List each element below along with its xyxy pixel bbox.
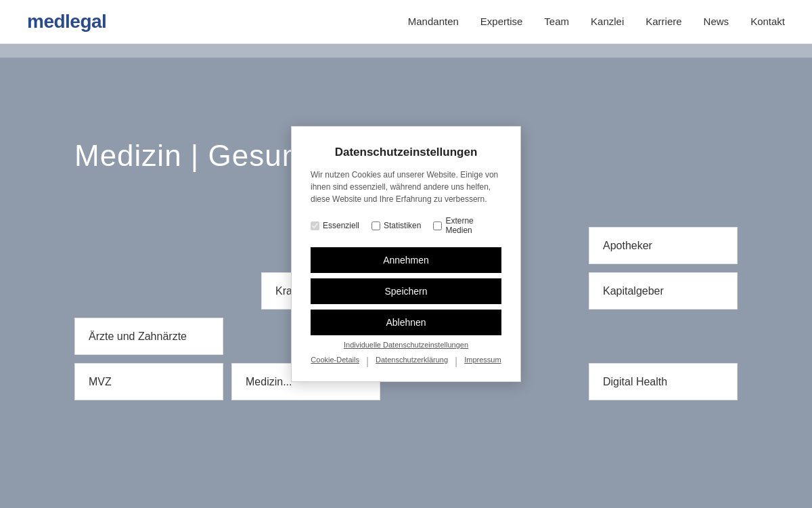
modal-overlay: Datenschutzeinstellungen Wir nutzen Cook… (0, 0, 812, 508)
cookie-checkboxes: Essenziell Statistiken Externe Medien (311, 216, 501, 235)
checkbox-statistiken-input[interactable] (371, 221, 380, 230)
checkbox-externe-medien[interactable]: Externe Medien (433, 216, 501, 235)
individuelle-link[interactable]: Individuelle Datenschutzeinstellungen (311, 341, 501, 349)
checkbox-essenziell[interactable]: Essenziell (311, 221, 359, 230)
ablehnen-button[interactable]: Ablehnen (311, 310, 501, 335)
cookie-modal: Datenschutzeinstellungen Wir nutzen Cook… (291, 126, 521, 382)
checkbox-essenziell-input[interactable] (311, 221, 319, 230)
speichern-button[interactable]: Speichern (311, 278, 501, 304)
checkbox-statistiken[interactable]: Statistiken (371, 221, 421, 230)
modal-footer-links: Cookie-Details | Datenschutzerklärung | … (311, 356, 501, 368)
checkbox-externe-medien-label: Externe Medien (445, 216, 501, 235)
modal-title: Datenschutzeinstellungen (311, 146, 501, 159)
datenschutz-link[interactable]: Datenschutzerklärung (376, 356, 448, 368)
annehmen-button[interactable]: Annehmen (311, 247, 501, 273)
cookie-details-link[interactable]: Cookie-Details (311, 356, 359, 368)
impressum-link[interactable]: Impressum (464, 356, 501, 368)
checkbox-essenziell-label: Essenziell (323, 221, 359, 230)
checkbox-statistiken-label: Statistiken (384, 221, 421, 230)
checkbox-externe-medien-input[interactable] (433, 221, 442, 230)
modal-description: Wir nutzen Cookies auf unserer Website. … (311, 169, 501, 205)
